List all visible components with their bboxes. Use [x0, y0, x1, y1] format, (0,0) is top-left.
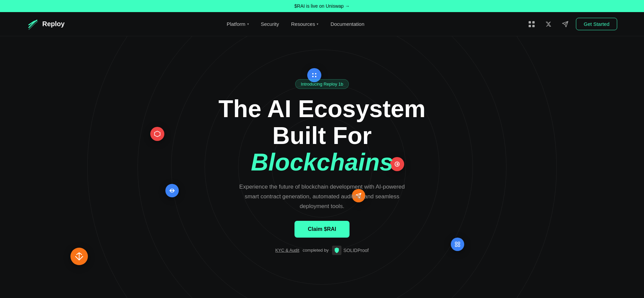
svg-rect-1	[532, 21, 535, 23]
hero-title-line1: The AI Ecosystem	[218, 95, 426, 122]
nav-social-icons	[526, 19, 571, 30]
logo[interactable]: Reploy	[27, 18, 65, 30]
hero-title-line2-plain: Built For	[272, 122, 372, 149]
chevron-down-icon: ▾	[317, 22, 318, 26]
telegram-icon[interactable]	[560, 19, 571, 30]
logo-text: Reploy	[42, 20, 65, 28]
grid-icon[interactable]	[526, 19, 537, 30]
svg-point-4	[312, 73, 314, 74]
solidproof-shield-icon	[332, 246, 341, 255]
svg-point-5	[315, 73, 316, 74]
nav-resources[interactable]: Resources ▾	[291, 21, 319, 27]
banner-text: $RAI is live on Uniswap →	[294, 3, 350, 9]
svg-marker-8	[155, 131, 160, 137]
chevron-down-icon: ▾	[247, 22, 249, 26]
node-blue-mid-left[interactable]	[165, 184, 179, 197]
svg-point-7	[315, 76, 316, 77]
intro-badge[interactable]: Introducing Reploy 1b	[295, 79, 349, 89]
solidproof-logo[interactable]: SOLIDProof	[332, 246, 369, 255]
hero-subtitle: Experience the future of blockchain deve…	[235, 182, 409, 211]
solidproof-name: SOLIDProof	[343, 248, 369, 253]
node-red-left[interactable]	[150, 127, 164, 141]
svg-rect-0	[529, 21, 531, 23]
navbar: Reploy Platform ▾ Security Resources ▾ D…	[0, 12, 644, 36]
top-banner[interactable]: $RAI is live on Uniswap →	[0, 0, 644, 12]
nav-platform[interactable]: Platform ▾	[227, 21, 249, 27]
nav-security[interactable]: Security	[261, 21, 279, 27]
svg-rect-10	[455, 242, 457, 244]
nav-documentation[interactable]: Documentation	[330, 21, 364, 27]
get-started-button[interactable]: Get Started	[576, 18, 617, 30]
svg-rect-12	[455, 245, 457, 247]
svg-rect-2	[529, 25, 531, 27]
kyc-bar: KYC & Audit completed by SOLIDProof	[275, 246, 369, 255]
hero-title-highlight: Blockchains	[251, 149, 393, 176]
nav-right: Get Started	[526, 18, 617, 30]
kyc-completed-text: completed by	[303, 248, 328, 253]
logo-icon	[27, 18, 39, 30]
node-orange-bottom-left[interactable]	[70, 248, 88, 265]
kyc-audit-link[interactable]: KYC & Audit	[275, 248, 300, 253]
node-blue-bottom-right[interactable]	[451, 238, 464, 251]
claim-rai-button[interactable]: Claim $RAI	[294, 221, 350, 238]
nav-links: Platform ▾ Security Resources ▾ Document…	[227, 21, 365, 27]
svg-rect-11	[458, 242, 460, 244]
twitter-x-icon[interactable]	[543, 19, 554, 30]
svg-rect-13	[458, 245, 460, 247]
hero-title: The AI Ecosystem Built For Blockchains	[205, 96, 439, 176]
hero-section: Introducing Reploy 1b The AI Ecosystem B…	[0, 36, 644, 298]
svg-rect-3	[532, 25, 535, 27]
hero-content: Introducing Reploy 1b The AI Ecosystem B…	[205, 79, 439, 255]
svg-point-6	[312, 76, 314, 77]
